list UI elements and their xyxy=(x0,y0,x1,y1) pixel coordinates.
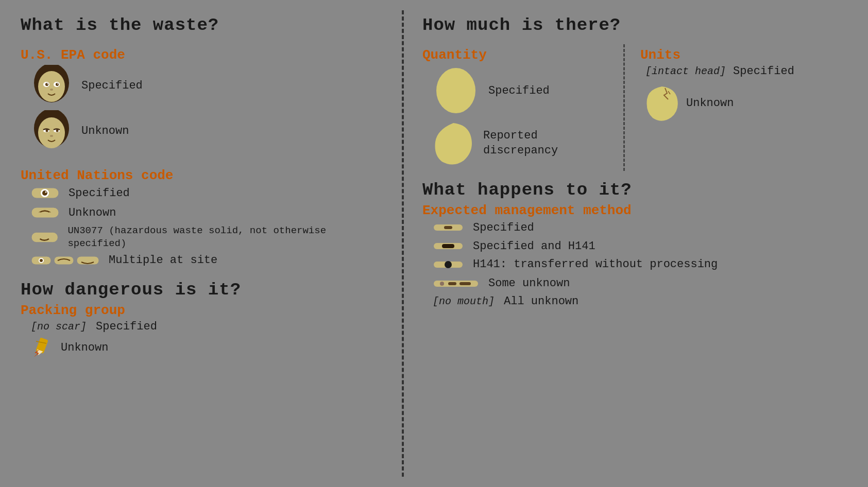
left-section-title: What is the waste? xyxy=(21,15,381,35)
un-multiple-label: Multiple at site xyxy=(109,254,217,267)
epa-specified-icon xyxy=(31,65,72,106)
quantity-units-container: Quantity Specified Reported discrepancy xyxy=(422,44,847,171)
epa-specified-label: Specified xyxy=(81,79,143,92)
svg-rect-40 xyxy=(448,282,456,285)
svg-text:⚡: ⚡ xyxy=(33,347,40,358)
quantity-discrepancy-row: Reported discrepancy xyxy=(433,120,618,167)
svg-rect-33 xyxy=(444,226,452,229)
panel-divider xyxy=(402,10,404,477)
mgmt-h141-icon xyxy=(433,257,464,272)
mgmt-specified-h141-row: Specified and H141 xyxy=(433,239,847,253)
packing-unknown-label: Unknown xyxy=(61,341,108,354)
svg-point-37 xyxy=(445,261,452,268)
un-unknown-label: Unknown xyxy=(69,206,116,219)
packing-unknown-row: ⚡ Unknown xyxy=(31,337,381,358)
mgmt-specified-h141-icon xyxy=(433,239,464,253)
quantity-discrepancy-icon xyxy=(433,120,474,167)
svg-point-4 xyxy=(45,83,48,86)
un-multiple-icon xyxy=(31,255,99,266)
units-unknown-icon xyxy=(645,84,679,123)
quantity-section: Quantity Specified Reported discrepancy xyxy=(422,44,618,171)
svg-point-39 xyxy=(440,282,444,286)
svg-point-5 xyxy=(56,83,59,86)
un-multiple-row: Multiple at site xyxy=(31,254,381,267)
un-3077-icon xyxy=(31,230,58,245)
units-title: Units xyxy=(640,47,847,63)
units-specified-icon-label: [intact head] xyxy=(645,65,726,78)
mgmt-specified-row: Specified xyxy=(433,220,847,235)
svg-point-18 xyxy=(42,190,47,196)
packing-specified-row: [no scar] Specified xyxy=(31,320,381,333)
mgmt-all-unknown-icon-label: [no mouth] xyxy=(433,295,495,307)
main-container: What is the waste? U.S. EPA code xyxy=(0,0,868,487)
epa-unknown-row: Unknown xyxy=(31,110,381,151)
units-section: Units [intact head] Specified Unknown xyxy=(623,44,847,171)
mgmt-h141-row: H141: transferred without processing xyxy=(433,257,847,272)
svg-rect-35 xyxy=(442,244,454,248)
packing-specified-label: Specified xyxy=(96,320,157,333)
svg-point-13 xyxy=(46,130,48,132)
svg-point-15 xyxy=(50,135,53,137)
un-title: United Nations code xyxy=(21,168,381,183)
un-specified-row: Specified xyxy=(31,185,381,201)
quantity-specified-row: Specified xyxy=(433,65,618,116)
epa-specified-row: Specified xyxy=(31,65,381,106)
quantity-title: Quantity xyxy=(422,47,618,63)
svg-point-7 xyxy=(57,83,58,84)
svg-point-1 xyxy=(38,71,65,102)
packing-title: Packing group xyxy=(21,303,381,318)
un-specified-label: Specified xyxy=(69,187,130,200)
quantity-discrepancy-label: Reported discrepancy xyxy=(483,129,618,158)
units-specified-row: [intact head] Specified xyxy=(645,65,847,78)
mgmt-specified-h141-label: Specified and H141 xyxy=(473,240,595,253)
un-3077-label: UN3077 (hazardous waste solid, not other… xyxy=(67,224,381,250)
un-unknown-row: Unknown xyxy=(31,205,381,220)
mgmt-some-unknown-label: Some unknown xyxy=(488,277,570,290)
quantity-specified-label: Specified xyxy=(488,84,550,97)
svg-rect-25 xyxy=(54,256,74,265)
svg-rect-41 xyxy=(459,282,471,285)
units-unknown-row: Unknown xyxy=(645,84,847,123)
un-unknown-icon xyxy=(31,205,59,220)
mgmt-h141-label: H141: transferred without processing xyxy=(473,257,718,272)
un3077-row: UN3077 (hazardous waste solid, not other… xyxy=(31,224,381,250)
right-section-title: How much is there? xyxy=(422,15,847,35)
epa-title: U.S. EPA code xyxy=(21,47,381,63)
svg-point-8 xyxy=(50,89,53,91)
svg-point-31 xyxy=(436,68,475,113)
left-panel: What is the waste? U.S. EPA code xyxy=(0,0,402,487)
svg-point-19 xyxy=(45,192,47,193)
packing-specified-icon-label: [no scar] xyxy=(31,321,87,333)
mgmt-title: Expected management method xyxy=(422,203,847,218)
mgmt-some-unknown-icon xyxy=(433,276,479,291)
danger-section-title: How dangerous is it? xyxy=(21,280,381,300)
un-section: United Nations code Specified Unknow xyxy=(21,165,381,271)
quantity-specified-icon xyxy=(433,65,479,116)
right-panel: How much is there? Quantity Specified xyxy=(402,0,868,487)
un-specified-icon xyxy=(31,185,59,201)
mgmt-specified-icon xyxy=(433,220,464,235)
epa-unknown-label: Unknown xyxy=(81,125,129,137)
mgmt-all-unknown-label: All unknown xyxy=(504,295,578,308)
units-unknown-label: Unknown xyxy=(686,97,734,110)
mgmt-specified-label: Specified xyxy=(473,221,534,234)
epa-unknown-icon xyxy=(31,110,72,151)
svg-point-6 xyxy=(47,83,48,84)
units-specified-label: Specified xyxy=(733,65,794,78)
svg-rect-20 xyxy=(31,207,59,218)
mgmt-all-unknown-row: [no mouth] All unknown xyxy=(433,295,847,308)
happens-section: What happens to it? Expected management … xyxy=(422,180,847,312)
danger-section: How dangerous is it? Packing group [no s… xyxy=(21,280,381,362)
svg-point-14 xyxy=(56,130,59,132)
epa-section: U.S. EPA code xyxy=(21,44,381,155)
happens-section-title: What happens to it? xyxy=(422,180,847,200)
svg-point-10 xyxy=(38,117,65,148)
svg-point-24 xyxy=(40,259,43,262)
packing-unknown-icon: ⚡ xyxy=(31,337,52,358)
mgmt-some-unknown-row: Some unknown xyxy=(433,276,847,291)
